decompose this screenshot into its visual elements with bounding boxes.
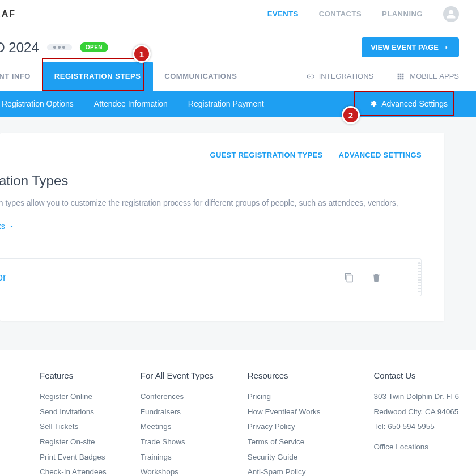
how-it-works-label: rks bbox=[0, 222, 5, 231]
trash-icon[interactable] bbox=[371, 273, 381, 283]
brand-logo[interactable]: EAF bbox=[0, 9, 16, 19]
nav-planning[interactable]: PLANNING bbox=[382, 10, 423, 18]
footer-office-locations[interactable]: Office Locations bbox=[373, 442, 459, 452]
registration-type-row[interactable]: tor bbox=[0, 258, 422, 296]
tab-event-info[interactable]: VENT INFO bbox=[0, 62, 42, 91]
footer-link[interactable]: Print Event Badges bbox=[40, 452, 107, 462]
footer-contact-heading: Contact Us bbox=[373, 371, 459, 380]
footer-link[interactable]: Pricing bbox=[248, 392, 321, 402]
event-actions-menu[interactable] bbox=[47, 44, 72, 50]
footer-link[interactable]: Register Online bbox=[40, 392, 107, 402]
advanced-settings-label: Advanced Settings bbox=[381, 99, 448, 108]
footer-link[interactable]: How Eventleaf Works bbox=[248, 407, 321, 417]
footer-types-heading: For All Event Types bbox=[141, 371, 214, 380]
footer-tel: Tel: 650 594 5955 bbox=[373, 422, 459, 432]
footer-address-line2: Redwood City, CA 94065 bbox=[373, 407, 459, 417]
tab-registration-steps[interactable]: REGISTRATION STEPS bbox=[42, 62, 154, 91]
page-description: on types allow you to customize the regi… bbox=[0, 197, 422, 209]
view-event-page-button[interactable]: VIEW EVENT PAGE bbox=[362, 37, 459, 57]
nav-contacts[interactable]: CONTACTS bbox=[319, 10, 362, 18]
tab-mobile-apps-label: MOBILE APPS bbox=[410, 72, 459, 80]
footer-link[interactable]: Register On-site bbox=[40, 437, 107, 447]
tab-integrations[interactable]: INTEGRATIONS bbox=[305, 72, 374, 81]
footer-link[interactable]: Workshops bbox=[141, 467, 214, 476]
footer-resources-heading: Resources bbox=[248, 371, 321, 380]
footer-link[interactable]: Conferences bbox=[141, 392, 214, 402]
chevron-right-icon bbox=[443, 44, 450, 51]
page-title: ration Types bbox=[0, 173, 422, 189]
copy-icon[interactable] bbox=[344, 273, 354, 283]
tab-integrations-label: INTEGRATIONS bbox=[319, 72, 374, 80]
subtab-attendee-information[interactable]: Attendee Information bbox=[84, 91, 178, 117]
footer-features-heading: Features bbox=[40, 371, 107, 380]
event-title: O 2024 bbox=[0, 40, 39, 56]
guest-registration-types-link[interactable]: GUEST REGISTRATION TYPES bbox=[210, 151, 322, 159]
footer-link[interactable]: Trade Shows bbox=[141, 437, 214, 447]
subtab-registration-options[interactable]: Registration Options bbox=[0, 91, 84, 117]
apps-icon bbox=[396, 72, 405, 81]
footer-link[interactable]: Sell Tickets bbox=[40, 422, 107, 432]
footer-link[interactable]: Trainings bbox=[141, 452, 214, 462]
nav-events[interactable]: EVENTS bbox=[267, 10, 299, 18]
subtab-advanced-settings[interactable]: Advanced Settings bbox=[358, 91, 459, 117]
user-avatar[interactable] bbox=[443, 6, 459, 22]
chevron-down-icon bbox=[8, 223, 15, 230]
link-icon bbox=[305, 72, 314, 81]
how-it-works-toggle[interactable]: rks bbox=[0, 222, 15, 231]
footer-link[interactable]: Meetings bbox=[141, 422, 214, 432]
view-event-page-label: VIEW EVENT PAGE bbox=[371, 43, 439, 52]
footer-link[interactable]: Check-In Attendees bbox=[40, 467, 107, 476]
footer-link[interactable]: Privacy Policy bbox=[248, 422, 321, 432]
footer-link[interactable]: Anti-Spam Policy bbox=[248, 467, 321, 476]
gear-icon bbox=[369, 100, 377, 108]
tab-mobile-apps[interactable]: MOBILE APPS bbox=[396, 72, 459, 81]
person-icon bbox=[446, 9, 456, 19]
subtab-registration-payment[interactable]: Registration Payment bbox=[178, 91, 274, 117]
footer-link[interactable]: Send Invitations bbox=[40, 407, 107, 417]
registration-type-name[interactable]: tor bbox=[0, 271, 6, 283]
footer-link[interactable]: Security Guide bbox=[248, 452, 321, 462]
event-status-badge: OPEN bbox=[80, 42, 108, 52]
footer-address-line1: 303 Twin Dolphin Dr. Fl 6 bbox=[373, 392, 459, 402]
footer-link[interactable]: Fundraisers bbox=[141, 407, 214, 417]
tab-communications[interactable]: COMMUNICATIONS bbox=[153, 62, 248, 91]
footer-link[interactable]: Terms of Service bbox=[248, 437, 321, 447]
advanced-settings-link[interactable]: ADVANCED SETTINGS bbox=[339, 151, 422, 159]
